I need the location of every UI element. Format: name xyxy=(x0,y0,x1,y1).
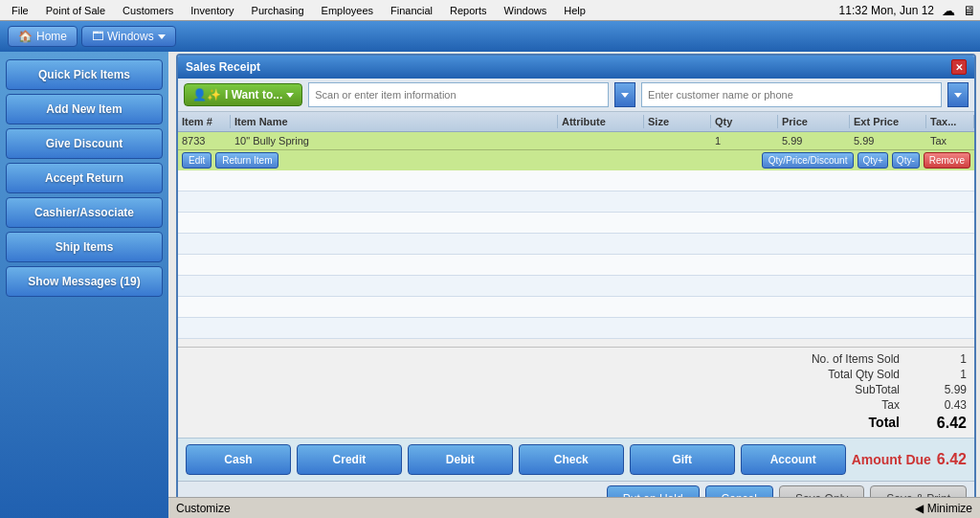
total-label: Total xyxy=(785,415,900,432)
col-header-qty: Qty xyxy=(711,115,778,128)
empty-row xyxy=(178,255,974,276)
windows-icon: 🗔 xyxy=(92,30,103,43)
qty-price-discount-button[interactable]: Qty/Price/Discount xyxy=(762,152,855,169)
items-sold-label: No. of Items Sold xyxy=(785,352,900,366)
customer-dropdown[interactable] xyxy=(947,82,969,107)
subtotal-label: SubTotal xyxy=(785,383,900,396)
remove-button[interactable]: Remove xyxy=(924,152,970,169)
col-header-attr: Attribute xyxy=(558,115,644,128)
col-header-tax: Tax... xyxy=(926,115,974,128)
col-header-itemname: Item Name xyxy=(231,115,558,128)
sidebar-cashier-associate[interactable]: Cashier/Associate xyxy=(6,197,163,228)
home-icon: 🏠 xyxy=(18,30,33,43)
table-row: 8733 10" Bully Spring 1 5.99 5.99 Tax xyxy=(178,132,974,150)
amount-due-value: 6.42 xyxy=(937,451,967,468)
item-qty-cell: 1 xyxy=(711,134,778,147)
menu-reports[interactable]: Reports xyxy=(442,3,495,18)
datetime-display: 11:32 Mon, Jun 12 xyxy=(839,4,934,17)
check-button[interactable]: Check xyxy=(519,444,624,475)
windows-button[interactable]: 🗔 Windows xyxy=(81,26,176,47)
sales-receipt-window: Sales Receipt ✕ 👤✨ I Want to... xyxy=(176,54,976,518)
sidebar-quick-pick[interactable]: Quick Pick Items xyxy=(6,59,163,90)
items-sold-row: No. of Items Sold 1 xyxy=(186,351,967,367)
item-attr-cell xyxy=(558,140,644,142)
item-size-cell xyxy=(644,140,711,142)
total-row: Total 6.42 xyxy=(186,413,967,434)
qty-minus-button[interactable]: Qty- xyxy=(892,152,920,169)
col-header-size: Size xyxy=(644,115,711,128)
edit-button[interactable]: Edit xyxy=(182,152,212,169)
qty-plus-button[interactable]: Qty+ xyxy=(858,152,887,169)
account-button[interactable]: Account xyxy=(741,444,846,475)
minimize-icon: ◀ xyxy=(915,502,924,515)
empty-row xyxy=(178,213,974,234)
window-title: Sales Receipt xyxy=(186,60,260,74)
menu-right: 11:32 Mon, Jun 12 ☁ 🖥 xyxy=(839,3,976,18)
payment-area: Cash Credit Debit Check Gift Account Amo… xyxy=(178,438,974,481)
menu-file[interactable]: File xyxy=(4,3,36,18)
customize-label[interactable]: Customize xyxy=(176,502,231,515)
empty-row xyxy=(178,276,974,297)
window-close-button[interactable]: ✕ xyxy=(951,59,967,75)
sidebar-accept-return[interactable]: Accept Return xyxy=(6,163,163,193)
tax-label: Tax xyxy=(785,398,900,412)
item-num-cell: 8733 xyxy=(178,134,231,147)
total-value: 6.42 xyxy=(919,415,967,432)
menu-inventory[interactable]: Inventory xyxy=(183,3,241,18)
col-header-price: Price xyxy=(778,115,850,128)
item-tax-cell: Tax xyxy=(926,134,974,147)
minimize-label[interactable]: ◀ Minimize xyxy=(915,502,972,515)
iwant-button[interactable]: 👤✨ I Want to... xyxy=(184,83,302,106)
total-qty-row: Total Qty Sold 1 xyxy=(186,367,967,382)
menu-purchasing[interactable]: Purchasing xyxy=(244,3,312,18)
window-toolbar: 👤✨ I Want to... xyxy=(178,79,974,112)
total-qty-label: Total Qty Sold xyxy=(785,368,900,381)
chevron-down-icon xyxy=(286,93,294,98)
empty-row xyxy=(178,170,974,191)
cloud-icon: ☁ xyxy=(942,3,955,18)
item-extprice-cell: 5.99 xyxy=(850,134,926,147)
tax-value: 0.43 xyxy=(919,398,967,412)
debit-button[interactable]: Debit xyxy=(408,444,513,475)
col-header-itemnum: Item # xyxy=(178,115,231,128)
credit-button[interactable]: Credit xyxy=(297,444,402,475)
home-button[interactable]: 🏠 Home xyxy=(8,26,78,47)
item-price-cell: 5.99 xyxy=(778,134,850,147)
sidebar: Quick Pick Items Add New Item Give Disco… xyxy=(0,52,168,518)
sidebar-add-new-item[interactable]: Add New Item xyxy=(6,94,163,124)
empty-row xyxy=(178,191,974,213)
chevron-down-icon xyxy=(621,93,629,98)
item-actions: Edit Return Item Qty/Price/Discount Qty+… xyxy=(178,150,974,170)
subtotal-row: SubTotal 5.99 xyxy=(186,382,967,397)
item-search-input[interactable] xyxy=(308,82,609,107)
sidebar-give-discount[interactable]: Give Discount xyxy=(6,128,163,159)
empty-row xyxy=(178,297,974,318)
table-header: Item # Item Name Attribute Size Qty Pric… xyxy=(178,112,974,132)
receipt-table: Item # Item Name Attribute Size Qty Pric… xyxy=(178,112,974,347)
subtotal-value: 5.99 xyxy=(919,383,967,396)
menu-windows[interactable]: Windows xyxy=(497,3,555,18)
menu-employees[interactable]: Employees xyxy=(314,3,381,18)
menu-financial[interactable]: Financial xyxy=(383,3,440,18)
menu-bar: File Point of Sale Customers Inventory P… xyxy=(0,0,980,21)
sidebar-show-messages[interactable]: Show Messages (19) xyxy=(6,266,163,297)
return-item-button[interactable]: Return Item xyxy=(215,152,278,169)
cash-button[interactable]: Cash xyxy=(186,444,291,475)
empty-rows xyxy=(178,170,974,347)
items-sold-value: 1 xyxy=(919,352,967,366)
empty-row xyxy=(178,234,974,255)
col-header-extprice: Ext Price xyxy=(850,115,926,128)
person-star-icon: 👤✨ xyxy=(192,88,221,101)
menu-help[interactable]: Help xyxy=(556,3,593,18)
gift-button[interactable]: Gift xyxy=(630,444,735,475)
customer-search-input[interactable] xyxy=(641,82,942,107)
menu-customers[interactable]: Customers xyxy=(115,3,181,18)
status-bar: Customize ◀ Minimize xyxy=(168,497,980,518)
sidebar-ship-items[interactable]: Ship Items xyxy=(6,232,163,262)
menu-pos[interactable]: Point of Sale xyxy=(38,3,113,18)
content-area: Sales Receipt ✕ 👤✨ I Want to... xyxy=(168,52,980,518)
nav-bar: 🏠 Home 🗔 Windows xyxy=(0,21,980,52)
main-layout: Quick Pick Items Add New Item Give Disco… xyxy=(0,52,980,518)
menu-items: File Point of Sale Customers Inventory P… xyxy=(4,3,593,18)
item-search-dropdown[interactable] xyxy=(614,82,635,107)
